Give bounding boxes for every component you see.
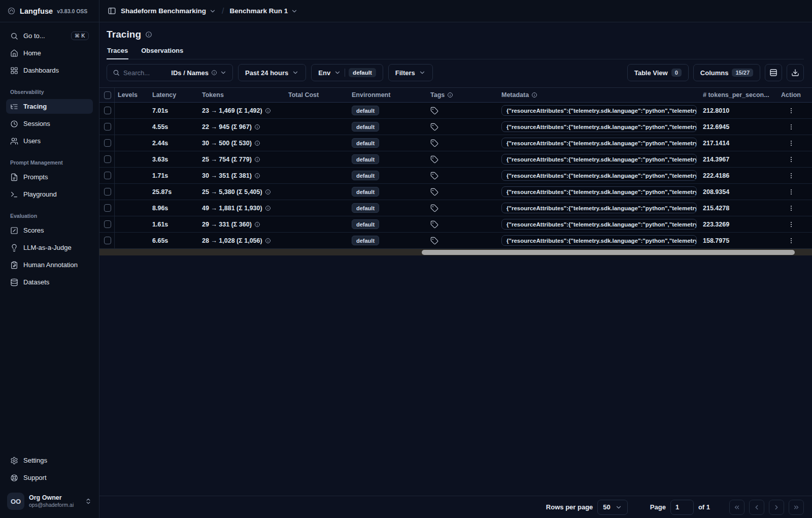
sidebar-item-goto[interactable]: Go to... ⌘ K (6, 28, 93, 43)
row-actions-menu-button[interactable] (785, 186, 797, 198)
row-actions-menu-button[interactable] (785, 153, 797, 166)
sidebar-toggle-button[interactable] (108, 7, 116, 15)
info-icon[interactable] (254, 124, 260, 130)
tag-icon[interactable] (430, 139, 438, 147)
info-icon[interactable] (265, 238, 271, 244)
search-mode-selector[interactable]: IDs / Names (171, 69, 227, 77)
row-checkbox[interactable] (104, 172, 111, 179)
tag-icon[interactable] (430, 220, 438, 229)
page-number-input[interactable] (670, 500, 694, 515)
last-page-button[interactable] (789, 500, 804, 515)
header-environment[interactable]: Environment (349, 88, 427, 102)
horizontal-scrollbar[interactable] (99, 249, 812, 255)
first-page-button[interactable] (729, 500, 745, 515)
metadata-value[interactable]: {"resourceAttributes":{"telemetry.sdk.la… (501, 170, 697, 181)
sidebar-item-sessions[interactable]: Sessions (6, 116, 93, 131)
row-actions-menu-button[interactable] (785, 105, 797, 117)
info-icon[interactable] (254, 140, 260, 146)
sidebar-item-playground[interactable]: Playground (6, 187, 93, 202)
sidebar-item-settings[interactable]: Settings (6, 453, 93, 468)
sidebar-item-prompts[interactable]: Prompts (6, 170, 93, 184)
metadata-value[interactable]: {"resourceAttributes":{"telemetry.sdk.la… (501, 235, 697, 246)
row-checkbox[interactable] (104, 220, 111, 228)
header-tags[interactable]: Tags (427, 88, 498, 102)
info-icon[interactable] (254, 221, 260, 228)
sidebar-item-dashboards[interactable]: Dashboards (6, 63, 93, 78)
sidebar-item-datasets[interactable]: Datasets (6, 275, 93, 289)
tag-icon[interactable] (430, 155, 438, 164)
row-checkbox[interactable] (104, 237, 111, 244)
tag-icon[interactable] (430, 204, 438, 212)
tab-traces[interactable]: Traces (107, 47, 128, 59)
filters-button[interactable]: Filters (388, 64, 433, 81)
tag-icon[interactable] (430, 188, 438, 196)
row-height-button[interactable] (765, 64, 782, 81)
tag-icon[interactable] (430, 237, 438, 245)
user-menu[interactable]: OO Org Owner ops@shadeform.ai (0, 488, 99, 518)
row-checkbox[interactable] (104, 139, 111, 147)
row-actions-menu-button[interactable] (785, 137, 797, 149)
row-checkbox[interactable] (104, 155, 111, 163)
info-icon[interactable] (254, 156, 260, 163)
tag-icon[interactable] (430, 123, 438, 131)
metadata-value[interactable]: {"resourceAttributes":{"telemetry.sdk.la… (501, 105, 697, 116)
tag-icon[interactable] (430, 172, 438, 180)
search-input[interactable] (123, 69, 167, 77)
sidebar-item-scores[interactable]: Scores (6, 223, 93, 238)
sidebar-item-tracing[interactable]: Tracing (6, 99, 93, 114)
header-total-cost[interactable]: Total Cost (285, 88, 349, 102)
sidebar-item-users[interactable]: Users (6, 134, 93, 148)
table-row[interactable]: 8.96s 49 → 1,881 (Σ 1,930) default {"res… (99, 200, 812, 216)
info-icon[interactable] (265, 189, 271, 195)
info-icon[interactable] (265, 108, 271, 114)
breadcrumb-project[interactable]: Benchmark Run 1 (230, 7, 298, 15)
metadata-value[interactable]: {"resourceAttributes":{"telemetry.sdk.la… (501, 186, 697, 197)
row-actions-menu-button[interactable] (785, 235, 797, 247)
search-box[interactable]: IDs / Names (107, 64, 233, 81)
metadata-value[interactable]: {"resourceAttributes":{"telemetry.sdk.la… (501, 154, 697, 165)
table-row[interactable]: 4.55s 22 → 945 (Σ 967) default {"resourc… (99, 119, 812, 135)
row-actions-menu-button[interactable] (785, 202, 797, 214)
row-checkbox[interactable] (104, 188, 111, 196)
table-row[interactable]: 2.44s 30 → 500 (Σ 530) default {"resourc… (99, 135, 812, 151)
row-actions-menu-button[interactable] (785, 170, 797, 182)
environment-filter-button[interactable]: Env default (311, 64, 383, 81)
info-icon[interactable] (145, 31, 152, 38)
columns-button[interactable]: Columns 15/27 (693, 64, 760, 81)
row-checkbox[interactable] (104, 107, 111, 114)
sidebar-item-home[interactable]: Home (6, 46, 93, 60)
breadcrumb-organization[interactable]: Shadeform Benchmarking (121, 7, 216, 15)
scrollbar-thumb[interactable] (422, 250, 795, 255)
previous-page-button[interactable] (749, 500, 764, 515)
sidebar-item-llm-as-a-judge[interactable]: LLM-as-a-Judge (6, 240, 93, 255)
select-all-checkbox[interactable] (104, 91, 111, 99)
sidebar-item-human-annotation[interactable]: Human Annotation (6, 257, 93, 272)
table-row[interactable]: 1.61s 29 → 331 (Σ 360) default {"resourc… (99, 216, 812, 233)
row-checkbox[interactable] (104, 123, 111, 131)
table-row[interactable]: 3.63s 25 → 754 (Σ 779) default {"resourc… (99, 151, 812, 168)
next-page-button[interactable] (769, 500, 784, 515)
metadata-value[interactable]: {"resourceAttributes":{"telemetry.sdk.la… (501, 203, 697, 213)
header-latency[interactable]: Latency (149, 88, 199, 102)
tab-observations[interactable]: Observations (141, 47, 184, 59)
rows-per-page-select[interactable]: 50 (597, 500, 627, 515)
info-icon[interactable] (254, 173, 260, 179)
header-tokens[interactable]: Tokens (199, 88, 285, 102)
tag-icon[interactable] (430, 107, 438, 115)
metadata-value[interactable]: {"resourceAttributes":{"telemetry.sdk.la… (501, 121, 697, 132)
row-actions-menu-button[interactable] (785, 121, 797, 133)
table-row[interactable]: 7.01s 23 → 1,469 (Σ 1,492) default {"res… (99, 103, 812, 119)
time-range-button[interactable]: Past 24 hours (238, 64, 306, 81)
table-row[interactable]: 25.87s 25 → 5,380 (Σ 5,405) default {"re… (99, 184, 812, 200)
info-icon[interactable] (265, 205, 271, 211)
export-button[interactable] (787, 64, 804, 81)
header-tokens-per-second[interactable]: # tokens_per_secon... (700, 88, 770, 102)
metadata-value[interactable]: {"resourceAttributes":{"telemetry.sdk.la… (501, 219, 697, 230)
table-row[interactable]: 1.71s 30 → 351 (Σ 381) default {"resourc… (99, 168, 812, 184)
metadata-value[interactable]: {"resourceAttributes":{"telemetry.sdk.la… (501, 138, 697, 148)
sidebar-item-support[interactable]: Support (6, 470, 93, 485)
row-checkbox[interactable] (104, 204, 111, 212)
row-actions-menu-button[interactable] (785, 218, 797, 231)
header-metadata[interactable]: Metadata (498, 88, 700, 102)
table-row[interactable]: 6.65s 28 → 1,028 (Σ 1,056) default {"res… (99, 233, 812, 249)
